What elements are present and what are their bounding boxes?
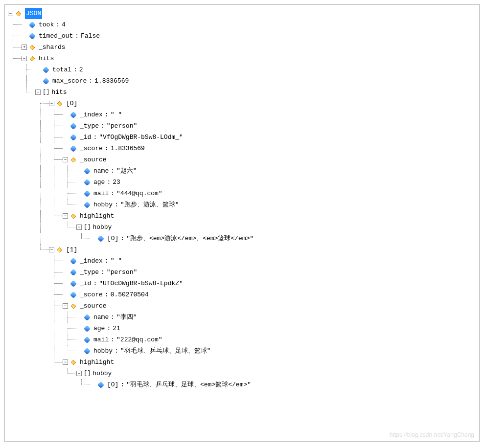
node-i0-highlight[interactable]: − highlight bbox=[8, 210, 476, 222]
collapse-icon[interactable]: − bbox=[76, 371, 82, 376]
value-icon bbox=[70, 280, 77, 287]
node-i0-hl-hobby[interactable]: − [] hobby bbox=[8, 222, 476, 233]
svg-marker-17 bbox=[73, 360, 76, 362]
key: timed_out bbox=[39, 30, 73, 42]
node-i0-score[interactable]: _score: 1.8336569 bbox=[8, 143, 476, 154]
node-timed-out[interactable]: timed_out : False bbox=[8, 30, 476, 42]
key: hits bbox=[39, 53, 54, 64]
value-icon bbox=[70, 122, 77, 129]
node-took[interactable]: took : 4 bbox=[8, 19, 476, 30]
collapse-icon[interactable]: − bbox=[63, 359, 68, 365]
value-icon bbox=[84, 201, 91, 208]
collapse-icon[interactable]: − bbox=[49, 101, 54, 106]
key: _shards bbox=[39, 42, 66, 53]
expand-icon[interactable]: + bbox=[22, 45, 27, 50]
key: took bbox=[39, 19, 54, 30]
node-i1-source[interactable]: − _source bbox=[8, 300, 476, 312]
object-icon bbox=[70, 157, 77, 163]
node-i0-index[interactable]: _index: " " bbox=[8, 109, 476, 120]
svg-marker-11 bbox=[73, 214, 76, 216]
svg-marker-9 bbox=[73, 157, 76, 160]
value: 4 bbox=[62, 19, 66, 30]
collapse-icon[interactable]: − bbox=[63, 303, 68, 309]
watermark: https://blog.csdn.net/YangChong bbox=[390, 431, 474, 438]
collapse-icon[interactable]: − bbox=[49, 247, 54, 252]
node-i0-id[interactable]: _id: "VfOgDWgBR-bSw8-LOdm_" bbox=[8, 132, 476, 143]
value-icon bbox=[84, 314, 91, 320]
value-icon bbox=[84, 325, 91, 332]
value: False bbox=[81, 30, 100, 42]
node-item-1[interactable]: − [1] bbox=[8, 244, 476, 255]
node-hits[interactable]: − hits bbox=[8, 53, 476, 64]
value-icon bbox=[70, 291, 77, 298]
value-icon bbox=[70, 257, 77, 264]
object-icon bbox=[29, 44, 36, 51]
node-item-0[interactable]: − [O] bbox=[8, 98, 476, 109]
value-icon bbox=[29, 21, 36, 28]
collapse-icon[interactable]: − bbox=[76, 224, 82, 230]
node-root[interactable]: − JSON bbox=[8, 8, 476, 19]
node-i1-hobby[interactable]: hobby: "羽毛球、乒乓球、足球、篮球" bbox=[8, 345, 476, 357]
root-label: JSON bbox=[25, 8, 42, 19]
node-i0-mail[interactable]: mail: "444@qq.com" bbox=[8, 188, 476, 199]
node-i0-name[interactable]: name: "赵六" bbox=[8, 165, 476, 177]
collapse-icon[interactable]: − bbox=[35, 90, 41, 95]
node-i0-hl-hobby-0[interactable]: [O]: "跑步、<em>游泳</em>、<em>篮球</em>" bbox=[8, 233, 476, 244]
value-icon bbox=[29, 32, 36, 39]
value-icon bbox=[84, 190, 91, 197]
node-i1-age[interactable]: age: 21 bbox=[8, 323, 476, 334]
collapse-icon[interactable]: − bbox=[8, 11, 13, 16]
svg-marker-3 bbox=[32, 45, 35, 47]
node-i1-index[interactable]: _index: " " bbox=[8, 255, 476, 267]
array-icon: [] bbox=[84, 368, 91, 379]
node-i1-hl-hobby-0[interactable]: [O]: "羽毛球、乒乓球、足球、<em>篮球</em>" bbox=[8, 379, 476, 390]
array-icon: [] bbox=[43, 87, 49, 98]
node-hits-array[interactable]: − [] hits bbox=[8, 87, 476, 98]
colon: : bbox=[56, 19, 60, 30]
node-i1-score[interactable]: _score: 0.50270504 bbox=[8, 289, 476, 300]
node-total[interactable]: total: 2 bbox=[8, 64, 476, 75]
object-icon bbox=[70, 213, 77, 220]
value-icon bbox=[70, 111, 77, 118]
node-i0-hobby[interactable]: hobby: "跑步、游泳、篮球" bbox=[8, 199, 476, 210]
value-icon bbox=[70, 134, 77, 140]
value-icon bbox=[84, 167, 91, 174]
json-tree-viewer: − JSON took : 4 timed_out : False + _sha… bbox=[4, 4, 480, 442]
value-icon bbox=[97, 235, 104, 242]
object-icon bbox=[56, 246, 63, 253]
value-icon bbox=[84, 347, 91, 354]
node-i1-hl-hobby[interactable]: − [] hobby bbox=[8, 368, 476, 379]
object-icon bbox=[29, 55, 36, 62]
svg-marker-1 bbox=[19, 11, 21, 14]
object-icon bbox=[70, 359, 77, 366]
object-icon bbox=[15, 10, 22, 17]
value-icon bbox=[84, 336, 91, 343]
svg-marker-15 bbox=[73, 304, 76, 306]
collapse-icon[interactable]: − bbox=[63, 213, 68, 219]
node-i1-id[interactable]: _id: "UfOcDWgBR-bSw8-LpdkZ" bbox=[8, 278, 476, 289]
node-i1-mail[interactable]: mail: "222@qq.com" bbox=[8, 334, 476, 345]
collapse-icon[interactable]: − bbox=[22, 56, 27, 61]
node-i0-type[interactable]: _type: "person" bbox=[8, 120, 476, 132]
collapse-icon[interactable]: − bbox=[63, 157, 68, 162]
node-i1-highlight[interactable]: − highlight bbox=[8, 357, 476, 368]
value-icon bbox=[70, 145, 77, 152]
value-icon bbox=[84, 179, 91, 185]
value-icon bbox=[43, 66, 49, 73]
array-icon: [] bbox=[84, 222, 91, 233]
svg-marker-5 bbox=[32, 56, 35, 59]
value-icon bbox=[97, 381, 104, 388]
svg-marker-13 bbox=[60, 247, 62, 250]
node-i1-type[interactable]: _type: "person" bbox=[8, 267, 476, 278]
svg-marker-7 bbox=[60, 101, 62, 104]
object-icon bbox=[70, 303, 77, 310]
node-shards[interactable]: + _shards bbox=[8, 42, 476, 53]
value-icon bbox=[43, 77, 49, 84]
node-i1-name[interactable]: name: "李四" bbox=[8, 312, 476, 323]
node-i0-age[interactable]: age: 23 bbox=[8, 177, 476, 188]
object-icon bbox=[56, 100, 63, 107]
node-max-score[interactable]: max_score: 1.8336569 bbox=[8, 75, 476, 87]
tree: − JSON took : 4 timed_out : False + _sha… bbox=[8, 8, 476, 390]
node-i0-source[interactable]: − _source bbox=[8, 154, 476, 165]
value-icon bbox=[70, 269, 77, 275]
